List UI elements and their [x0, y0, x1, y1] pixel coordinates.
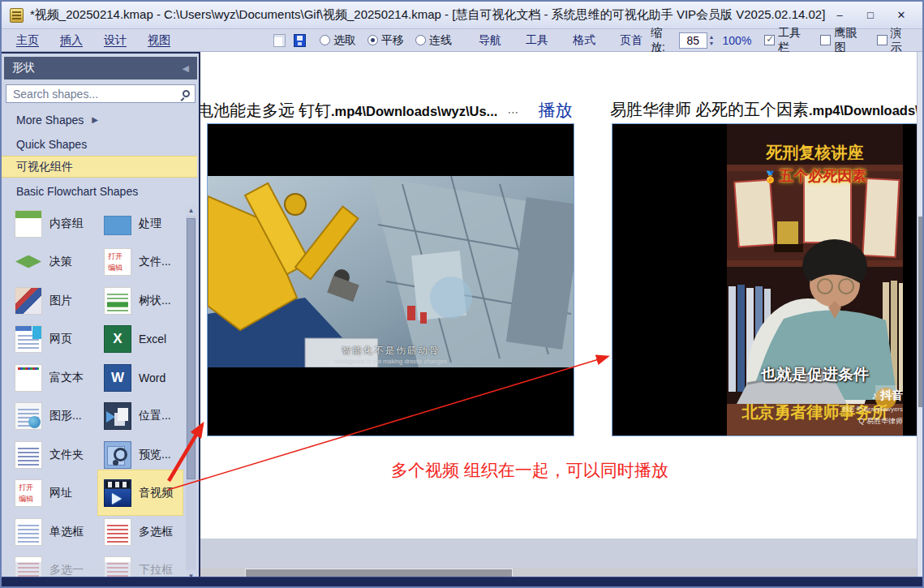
more-shapes-item[interactable]: More Shapes▶: [2, 109, 187, 131]
process-icon: [104, 216, 131, 235]
nav-button[interactable]: 导航: [479, 33, 501, 48]
visual-components-item[interactable]: 可视化组件: [2, 156, 197, 178]
toolbar-checkbox[interactable]: [764, 35, 775, 45]
tools-button[interactable]: 工具: [526, 33, 548, 48]
connect-mode-radio[interactable]: [415, 35, 426, 45]
url-icon: [15, 479, 42, 507]
video1-caption: 电池能走多远 钉钉.mp4\Downloads\wyz\Us... ⋯ 播放: [200, 99, 572, 123]
shape-item-image[interactable]: 图片: [15, 281, 92, 320]
app-window: *视频_20250214.kmap - C:\Users\wyz\Documen…: [0, 0, 924, 588]
shape-item-word[interactable]: W Word: [104, 358, 185, 397]
shape-item-radio-box[interactable]: 单选框: [15, 513, 92, 551]
checkbox-multi-icon: [104, 518, 131, 546]
video2-heading: 死刑复核讲座: [727, 142, 903, 164]
shape-item-decision[interactable]: 决策: [15, 242, 92, 281]
douyin-logo-text: 抖音: [880, 388, 903, 401]
pagehead-button[interactable]: 页首: [620, 33, 643, 48]
shape-item-content-group[interactable]: 内容组: [15, 204, 92, 242]
menu-view[interactable]: 视图: [148, 33, 170, 48]
format-button[interactable]: 格式: [573, 33, 595, 48]
preview-icon: [104, 441, 131, 469]
zoom-value-input[interactable]: 85: [679, 32, 707, 49]
position-icon: [104, 402, 131, 430]
pan-mode-label[interactable]: 平移: [381, 33, 404, 48]
pan-mode-radio[interactable]: [367, 35, 378, 45]
shape-item-excel[interactable]: X Excel: [104, 320, 185, 358]
douyin-id: 抖音号:Bravelawyers: [843, 405, 903, 414]
zoom-label: 缩放:: [651, 26, 674, 55]
search-icon: [183, 90, 190, 97]
save-icon[interactable]: [294, 34, 306, 47]
quick-shapes-item[interactable]: Quick Shapes: [2, 133, 187, 155]
shape-item-richtext[interactable]: 富文本: [15, 358, 92, 397]
shape-item-graphic[interactable]: 图形...: [15, 397, 92, 435]
present-checkbox[interactable]: [877, 35, 887, 45]
vertical-scrollbar[interactable]: [917, 52, 924, 580]
webpage-icon: [15, 325, 42, 353]
collapse-sidebar-icon[interactable]: ◀: [183, 63, 189, 74]
search-glyph: Q: [858, 417, 864, 425]
app-icon: [10, 8, 24, 23]
shape-item-checkbox-multi[interactable]: 多选框: [104, 513, 185, 551]
medal-icon: 🏅: [763, 170, 777, 183]
menu-home[interactable]: 主页: [16, 33, 39, 48]
status-bar: [2, 577, 922, 586]
chevron-right-icon: ▶: [92, 115, 98, 124]
richtext-icon: [15, 364, 42, 392]
content-group-icon: [15, 210, 42, 238]
annotation-note[interactable]: 多个视频 组织在一起，可以同时播放: [391, 459, 668, 482]
shape-item-media[interactable]: 音视频: [104, 474, 185, 512]
basic-flowchart-item[interactable]: Basic Flowchart Shapes: [2, 180, 187, 202]
connect-mode-label[interactable]: 连线: [429, 33, 452, 48]
scroll-up-icon[interactable]: ▲: [186, 204, 196, 216]
maximize-button[interactable]: □: [857, 6, 883, 25]
file-icon: [104, 248, 131, 276]
shape-item-file[interactable]: 文件...: [104, 242, 185, 281]
douyin-watermark: ♪ 抖音 抖音号:Bravelawyers Q 易胜华律师: [843, 388, 903, 427]
search-input[interactable]: [11, 87, 183, 101]
shape-search-box[interactable]: [6, 84, 196, 103]
sidebar-scroll-thumb[interactable]: [187, 218, 196, 479]
video2-player[interactable]: 死刑复核讲座 🏅五个必死因素 也就是促进条件 北京勇者律师事务所 ♪ 抖音 抖音…: [612, 123, 918, 436]
shape-item-webpage[interactable]: 网页: [15, 320, 92, 358]
video2-caption: 易胜华律师 必死的五个因素.mp4\Downloads\w: [610, 99, 924, 123]
video2-subtitle: 也就是促进条件: [727, 364, 903, 385]
minimize-button[interactable]: –: [827, 6, 853, 25]
video2-badge: 🏅五个必死因素: [727, 166, 903, 186]
canvas-margin: [200, 539, 917, 568]
folder-icon: [15, 441, 42, 469]
shape-item-tree[interactable]: 树状...: [104, 281, 185, 320]
present-label[interactable]: 演示: [891, 26, 911, 55]
zoom-stepper[interactable]: ▲▼: [709, 34, 715, 46]
douyin-search-tag: 易胜华律师: [866, 417, 903, 425]
eagle-eye-checkbox[interactable]: [820, 35, 831, 45]
new-file-icon[interactable]: [273, 34, 286, 47]
close-button[interactable]: ✕: [888, 6, 914, 25]
zoom-reset-button[interactable]: 100%: [723, 34, 752, 47]
shape-item-preview[interactable]: 预览...: [104, 436, 185, 474]
shape-item-url[interactable]: 网址: [15, 474, 92, 512]
video1-subtitle: 智能化不是伤筋动骨 Intelligence is not making dra…: [208, 345, 574, 365]
excel-icon: X: [104, 325, 131, 353]
menu-insert[interactable]: 插入: [60, 33, 83, 48]
shape-item-folder[interactable]: 文件夹: [15, 436, 92, 474]
video1-title: 电池能走多远 钉钉: [200, 100, 331, 122]
select-mode-radio[interactable]: [320, 35, 330, 45]
video2-path: .mp4\Downloads\w: [809, 103, 924, 118]
shape-item-process[interactable]: 处理: [104, 204, 185, 242]
sidebar-scrollbar[interactable]: ▲ ▼: [186, 204, 196, 580]
vertical-scroll-thumb[interactable]: [918, 217, 924, 407]
lawyer-video-frame: 死刑复核讲座 🏅五个必死因素 也就是促进条件 北京勇者律师事务所 ♪ 抖音 抖音…: [727, 124, 903, 436]
toolbar-checkbox-label[interactable]: 工具栏: [778, 26, 809, 55]
menu-design[interactable]: 设计: [104, 33, 127, 48]
document-canvas[interactable]: 电池能走多远 钉钉.mp4\Downloads\wyz\Us... ⋯ 播放 易…: [200, 52, 924, 580]
video1-player[interactable]: 智能化不是伤筋动骨 Intelligence is not making dra…: [207, 123, 574, 436]
shape-item-position[interactable]: 位置...: [104, 397, 185, 435]
factory-video-frame: [208, 176, 574, 367]
select-mode-label[interactable]: 选取: [333, 33, 356, 48]
toolbar: 主页 插入 设计 视图 选取 平移 连线 导航 工具 格式 页首 缩放: 85 …: [2, 29, 922, 52]
sidebar-header: 形状 ◀: [4, 57, 197, 79]
video1-more-icon[interactable]: ⋯: [507, 105, 518, 118]
eagle-eye-label[interactable]: 鹰眼图: [834, 26, 865, 55]
video1-play-link[interactable]: 播放: [538, 99, 572, 122]
